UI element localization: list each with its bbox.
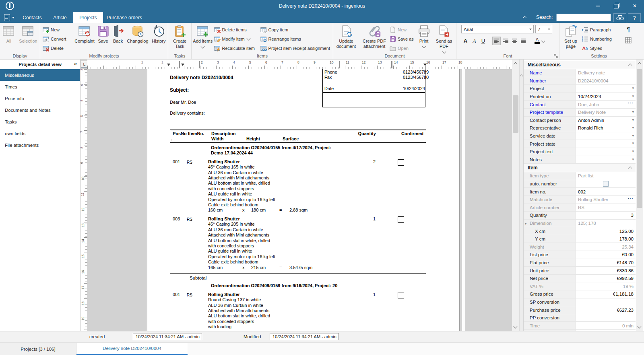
chevron-down-icon[interactable]: ▾ bbox=[632, 141, 634, 145]
paragraph-button[interactable]: Paragraph bbox=[582, 25, 622, 34]
panel-splitter[interactable] bbox=[519, 60, 523, 331]
ellipsis-button[interactable]: ··· bbox=[628, 196, 634, 201]
scrollbar-thumb[interactable] bbox=[513, 95, 518, 133]
field-value[interactable]: ▾ bbox=[576, 85, 636, 93]
field-value[interactable]: Doe, John··· bbox=[576, 101, 636, 108]
font-dialog-launcher-icon[interactable] bbox=[554, 54, 558, 58]
update-document-button[interactable]: Update document bbox=[333, 24, 359, 49]
chevron-down-icon[interactable]: ▾ bbox=[632, 94, 634, 98]
sidebar-item-miscellaneous[interactable]: Miscellaneous bbox=[0, 69, 80, 81]
created-value[interactable]: 10/24/2024 11:34:21 AM - admin bbox=[133, 333, 202, 340]
history-button[interactable]: History bbox=[150, 24, 168, 44]
scroll-down-icon[interactable] bbox=[638, 325, 642, 329]
auto-number-checkbox[interactable] bbox=[603, 181, 609, 187]
scroll-up-icon[interactable] bbox=[638, 62, 642, 66]
pilcrow-button[interactable]: ¶ bbox=[624, 25, 633, 33]
app-menu-button[interactable] bbox=[4, 14, 14, 21]
field-value[interactable]: ▾ bbox=[576, 132, 636, 140]
back-button[interactable]: Back bbox=[110, 24, 126, 44]
field-value[interactable]: 3 bbox=[576, 212, 636, 219]
bold-button[interactable]: A bbox=[461, 37, 470, 45]
document-scrollbar[interactable] bbox=[512, 60, 519, 331]
modified-value[interactable]: 10/24/2024 11:34:21 AM - admin bbox=[270, 333, 339, 340]
project-item-receipt-assignment-button[interactable]: Project item receipt assignment bbox=[260, 43, 333, 53]
field-value[interactable]: 19 % bbox=[576, 282, 636, 290]
field-value[interactable]: €627.23 bbox=[576, 306, 636, 314]
field-value[interactable] bbox=[576, 298, 636, 306]
sidebar-item-tasks[interactable]: Tasks bbox=[0, 116, 80, 128]
search-button[interactable] bbox=[613, 13, 626, 22]
section-header-item[interactable]: Item bbox=[524, 164, 636, 172]
field-value[interactable] bbox=[576, 180, 636, 188]
confirmed-checkbox[interactable] bbox=[398, 159, 404, 166]
field-value[interactable]: Delivery Note▾ bbox=[576, 109, 636, 116]
scrollbar-thumb[interactable] bbox=[637, 69, 642, 208]
margin-marker[interactable] bbox=[181, 64, 184, 66]
field-value[interactable]: D202410/0004 bbox=[576, 77, 636, 85]
scroll-down-icon[interactable] bbox=[514, 325, 518, 329]
search-input[interactable] bbox=[556, 14, 611, 21]
font-color-button[interactable]: A bbox=[533, 37, 541, 45]
align-left-button[interactable] bbox=[492, 37, 501, 45]
sidebar-item-price-info[interactable]: Price info bbox=[0, 93, 80, 104]
tab-contacts[interactable]: Contacts bbox=[18, 12, 47, 23]
selection-button[interactable]: Selection bbox=[19, 24, 37, 44]
field-value[interactable]: Ronald Rich▾ bbox=[576, 124, 636, 132]
minimize-button[interactable] bbox=[588, 0, 607, 12]
create-pdf-attachment-button[interactable]: Create PDF attachment bbox=[359, 24, 390, 49]
field-value[interactable]: €992.59 bbox=[576, 275, 636, 282]
changelog-button[interactable]: Changelog bbox=[126, 24, 150, 44]
rearrange-items-button[interactable]: Rearrange items bbox=[260, 34, 333, 43]
delete-items-button[interactable]: Delete items bbox=[214, 25, 259, 34]
italic-button[interactable]: A bbox=[470, 37, 479, 45]
new-document-button[interactable]: New bbox=[390, 25, 415, 34]
all-button[interactable]: All bbox=[2, 24, 15, 44]
modify-item-button[interactable]: Modify item bbox=[214, 34, 259, 43]
open-document-button[interactable]: Open bbox=[390, 43, 415, 53]
panel-scrollbar[interactable] bbox=[636, 60, 643, 331]
field-value[interactable]: ▾ bbox=[576, 156, 636, 164]
set-up-page-button[interactable]: Set up page bbox=[559, 24, 582, 49]
chevron-down-icon[interactable]: ▾ bbox=[632, 134, 634, 138]
field-value[interactable]: ▾ bbox=[576, 148, 636, 156]
field-value[interactable]: Delivery note bbox=[576, 69, 636, 77]
chevron-down-icon[interactable]: ▾ bbox=[632, 125, 634, 130]
ellipsis-button[interactable]: ··· bbox=[628, 101, 634, 105]
expander-icon[interactable]: ▾ bbox=[525, 222, 526, 226]
document-page[interactable]: Delivery note D202410/0004 Phone0123/456… bbox=[147, 69, 459, 331]
chevron-down-icon[interactable]: ▾ bbox=[632, 118, 634, 122]
section-header-miscellaneous[interactable]: Miscellaneous bbox=[524, 61, 636, 69]
convert-button[interactable]: Convert bbox=[43, 34, 73, 43]
align-justify-button[interactable] bbox=[519, 37, 527, 45]
field-value[interactable]: ▾ bbox=[576, 140, 636, 148]
field-value[interactable]: 002 bbox=[576, 188, 636, 195]
underline-button[interactable]: U bbox=[479, 37, 487, 45]
horizontal-ruler[interactable]: 2123456789101112131415161718 bbox=[87, 60, 512, 70]
collapse-panel-icon[interactable] bbox=[520, 75, 523, 78]
restore-button[interactable] bbox=[607, 0, 625, 12]
print-button[interactable]: Print bbox=[415, 24, 432, 48]
chevron-down-icon[interactable]: ▾ bbox=[632, 157, 634, 161]
table-grid-button[interactable] bbox=[624, 36, 633, 44]
field-value[interactable]: 178.00 bbox=[576, 235, 636, 243]
add-items-button[interactable]: Add items bbox=[192, 24, 214, 48]
field-value[interactable]: €330.86 bbox=[576, 267, 636, 274]
copy-item-button[interactable]: Copy item bbox=[260, 25, 333, 34]
send-as-pdf-button[interactable]: Send as PDF bbox=[432, 24, 456, 53]
field-value[interactable]: RS bbox=[576, 204, 636, 212]
field-value[interactable]: Anton Admin▾ bbox=[576, 117, 636, 124]
confirmed-checkbox[interactable] bbox=[398, 292, 404, 298]
chevron-down-icon[interactable]: ▾ bbox=[632, 149, 634, 153]
field-value[interactable]: 125.00 bbox=[576, 227, 636, 235]
numbering-button[interactable]: Numbering bbox=[582, 34, 622, 43]
new-project-button[interactable]: New bbox=[43, 25, 73, 34]
field-value[interactable]: €1,181.18 bbox=[576, 290, 636, 298]
tab-projects-list[interactable]: Projects [3 / 106] bbox=[0, 343, 76, 355]
vertical-ruler[interactable]: 34567891011121314151617181920 bbox=[80, 69, 88, 331]
close-button[interactable]: × bbox=[625, 0, 644, 12]
collapse-ribbon-icon[interactable] bbox=[523, 16, 527, 20]
font-family-select[interactable]: Arial bbox=[461, 25, 534, 33]
recalculate-item-button[interactable]: Recalculate item bbox=[214, 43, 259, 53]
help-button[interactable]: ? bbox=[628, 13, 641, 22]
align-center-button[interactable] bbox=[510, 37, 518, 45]
